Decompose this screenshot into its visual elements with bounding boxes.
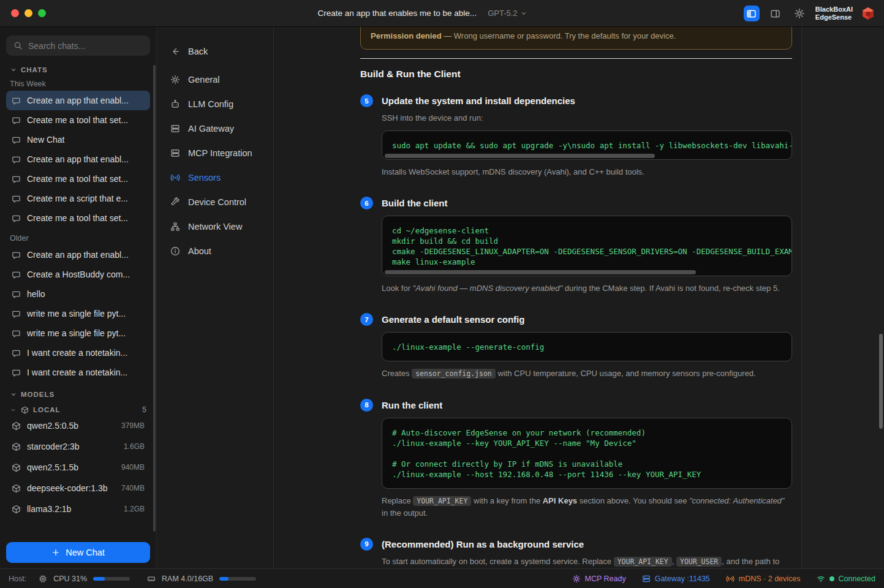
nav-item-about[interactable]: About [164, 239, 266, 263]
chat-item[interactable]: write me a single file pyt... [6, 323, 150, 343]
chat-item[interactable]: I want create a notetakin... [6, 363, 150, 382]
nav-item-llm-config[interactable]: LLM Config [164, 92, 266, 116]
ram-usage-label: RAM 4.0/16GB [162, 575, 213, 583]
signal-icon [170, 173, 180, 183]
cpu-usage-meter [93, 577, 130, 581]
cube-icon [12, 463, 21, 472]
chat-item[interactable]: Create an app that enabl... [6, 245, 150, 265]
step-9: 9 (Recommended) Run as a background serv… [360, 538, 792, 568]
chat-bubble-icon [12, 214, 21, 223]
cube-icon [21, 406, 29, 414]
model-selector[interactable]: GPT-5.2 [488, 9, 527, 18]
step-title: Build the client [382, 198, 448, 208]
model-size: 379MB [121, 421, 145, 430]
model-item[interactable]: qwen2.5:1.5b 940MB [6, 457, 150, 478]
server-icon [170, 124, 180, 134]
panel-left-icon [746, 9, 757, 19]
chat-bubble-icon [12, 116, 21, 125]
connection-status: Connected [817, 575, 875, 583]
step-title: Update the system and install dependenci… [382, 96, 575, 106]
cube-icon [12, 421, 21, 431]
chat-bubble-icon [12, 270, 21, 279]
toggle-left-sidebar-button[interactable] [744, 6, 760, 21]
chats-section-header[interactable]: CHATS [10, 66, 146, 74]
settings-button[interactable] [791, 6, 807, 21]
window-title: Create an app that enables me to be able… [317, 9, 477, 18]
connected-dot [829, 576, 834, 581]
nav-item-mcp-integration[interactable]: MCP Integration [164, 141, 266, 165]
code-text: # Auto-discover EdgeSense on your networ… [392, 428, 782, 480]
ram-usage-meter [219, 577, 256, 581]
chat-item[interactable]: write me a single file pyt... [6, 304, 150, 323]
chat-item[interactable]: Create an app that enabl... [6, 91, 150, 110]
cpu-usage-label: CPU 31% [53, 575, 87, 583]
step-title: (Recommended) Run as a background servic… [382, 539, 584, 549]
chat-item[interactable]: Create a HostBuddy com... [6, 265, 150, 284]
sidebar-scrollbar[interactable] [153, 65, 156, 532]
nav-item-sensors[interactable]: Sensors [164, 165, 266, 190]
app-logo [861, 6, 875, 21]
chat-sidebar: CHATS This Week Create an app that enabl… [0, 27, 157, 568]
chat-item[interactable]: Create me a tool that set... [6, 169, 150, 189]
model-item[interactable]: starcoder2:3b 1.6GB [6, 436, 150, 457]
brand-name: BlackBoxAI EdgeSense [815, 6, 853, 21]
nav-item-ai-gateway[interactable]: AI Gateway [164, 116, 266, 141]
chevron-down-icon [10, 391, 17, 398]
chat-bubble-icon [12, 368, 21, 377]
vertical-scrollbar[interactable] [879, 334, 883, 429]
chat-bubble-icon [12, 135, 21, 145]
divider [360, 58, 792, 59]
models-section-header[interactable]: MODELS [10, 391, 146, 398]
chat-item[interactable]: Create an app that enabl... [6, 149, 150, 169]
step-number-badge: 7 [360, 313, 373, 326]
step-6: 6 Build the client cd ~/edgesense-client… [360, 197, 792, 295]
model-size: 1.2GB [124, 505, 145, 513]
signal-icon [726, 575, 735, 583]
chat-bubble-icon [12, 309, 21, 318]
horizontal-scrollbar[interactable] [385, 270, 696, 274]
server-icon [642, 575, 651, 583]
step-caption: Creates sensor_config.json with CPU temp… [382, 368, 792, 380]
model-size: 1.6GB [124, 442, 145, 451]
server-icon [170, 148, 180, 158]
step-title: Run the client [382, 400, 442, 410]
model-item[interactable]: llama3.2:1b 1.2GB [6, 499, 150, 519]
step-caption: Replace YOUR_API_KEY with a key from the… [382, 495, 792, 519]
search-chats-box[interactable] [6, 36, 150, 56]
new-chat-button[interactable]: New Chat [6, 542, 150, 563]
model-item[interactable]: deepseek-coder:1.3b 740MB [6, 478, 150, 499]
chat-item[interactable]: I want create a notetakin... [6, 343, 150, 363]
chat-item[interactable]: New Chat [6, 130, 150, 149]
horizontal-scrollbar[interactable] [385, 154, 655, 158]
nav-item-network-view[interactable]: Network View [164, 214, 266, 239]
cube-icon [12, 505, 21, 514]
ram-icon [147, 575, 156, 583]
permission-denied-alert: Permission denied — Wrong username or pa… [360, 27, 792, 50]
cpu-icon [39, 575, 47, 583]
model-item[interactable]: qwen2.5:0.5b 379MB [6, 415, 150, 436]
doc-scroll-area[interactable]: Permission denied — Wrong username or pa… [274, 27, 801, 568]
chat-item[interactable]: hello [6, 284, 150, 304]
chat-bubble-icon [12, 329, 21, 338]
nav-item-device-control[interactable]: Device Control [164, 190, 266, 214]
arrow-left-icon [170, 47, 180, 56]
robot-icon [170, 99, 180, 109]
search-input[interactable] [28, 41, 143, 51]
chat-item[interactable]: Create me a tool that set... [6, 110, 150, 130]
code-text: ./linux-example --generate-config [392, 342, 782, 352]
group-label-older: Older [10, 234, 146, 243]
chat-item[interactable]: Create me a tool that set... [6, 208, 150, 228]
wifi-icon [817, 575, 825, 583]
local-models-header[interactable]: LOCAL 5 [10, 405, 146, 414]
toggle-right-sidebar-button[interactable] [768, 6, 784, 21]
inline-code: YOUR_API_KEY [614, 557, 672, 567]
group-label-this-week: This Week [10, 80, 146, 88]
chevron-down-icon [520, 10, 527, 17]
back-button[interactable]: Back [164, 39, 266, 64]
info-icon [170, 246, 180, 256]
step-5: 5 Update the system and install dependen… [360, 94, 792, 178]
nav-item-general[interactable]: General [164, 67, 266, 92]
host-label: Host: [9, 575, 26, 583]
chat-bubble-icon [12, 96, 21, 105]
chat-item[interactable]: Create me a script that e... [6, 189, 150, 208]
